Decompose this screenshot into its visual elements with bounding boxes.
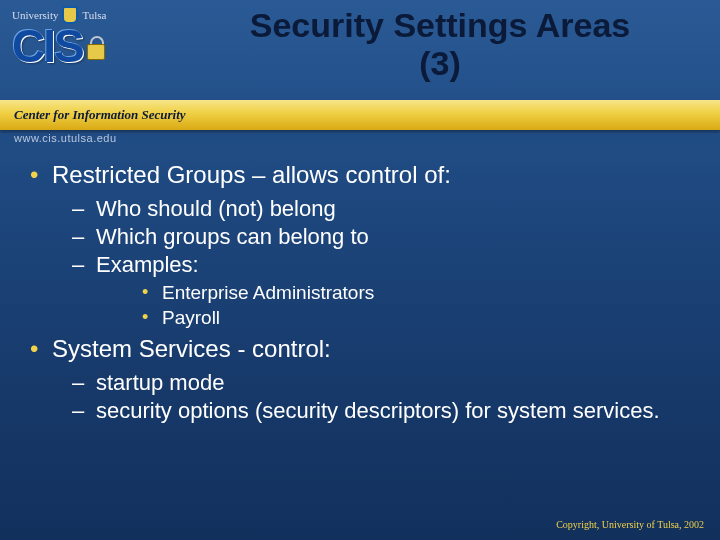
gold-bar: Center for Information Security xyxy=(0,100,720,130)
sub-bullet-text: Examples: xyxy=(96,252,199,277)
subsub-bullet-text: Enterprise Administrators xyxy=(162,282,374,303)
org-url: www.cis.utulsa.edu xyxy=(14,132,117,144)
subsub-bullet: Payroll xyxy=(96,306,690,330)
bullet-system-services: System Services - control: startup mode … xyxy=(30,334,690,425)
slide-title-line1: Security Settings Areas xyxy=(170,6,710,44)
sub-bullet: Who should (not) belong xyxy=(52,195,690,223)
lock-icon xyxy=(85,34,105,60)
sub-bullet-text: startup mode xyxy=(96,370,224,395)
bullet-text: System Services - control: xyxy=(52,335,331,362)
shield-icon xyxy=(62,6,78,24)
slide-header: University Tulsa CIS Security Settings A… xyxy=(0,0,720,145)
slide-body: Restricted Groups – allows control of: W… xyxy=(30,160,690,429)
sub-bullet-text: Which groups can belong to xyxy=(96,224,369,249)
subsub-bullet-text: Payroll xyxy=(162,307,220,328)
slide-title: Security Settings Areas (3) xyxy=(170,6,710,82)
org-full-name: Center for Information Security xyxy=(14,107,186,123)
sub-bullet: Which groups can belong to xyxy=(52,223,690,251)
sub-bullet: Examples: Enterprise Administrators Payr… xyxy=(52,251,690,330)
logo-block: University Tulsa CIS xyxy=(12,6,172,67)
cis-logo: CIS xyxy=(12,26,172,67)
sub-bullet: startup mode xyxy=(52,369,690,397)
slide: University Tulsa CIS Security Settings A… xyxy=(0,0,720,540)
sub-bullet-text: Who should (not) belong xyxy=(96,196,336,221)
bullet-restricted-groups: Restricted Groups – allows control of: W… xyxy=(30,160,690,330)
subsub-bullet: Enterprise Administrators xyxy=(96,281,690,305)
slide-title-line2: (3) xyxy=(170,44,710,82)
bullet-text: Restricted Groups – allows control of: xyxy=(52,161,451,188)
sub-bullet: security options (security descriptors) … xyxy=(52,397,690,425)
org-acronym: CIS xyxy=(12,26,83,67)
copyright-footer: Copyright, University of Tulsa, 2002 xyxy=(556,519,704,530)
sub-bullet-text: security options (security descriptors) … xyxy=(96,398,660,423)
university-word-right: Tulsa xyxy=(82,9,106,21)
